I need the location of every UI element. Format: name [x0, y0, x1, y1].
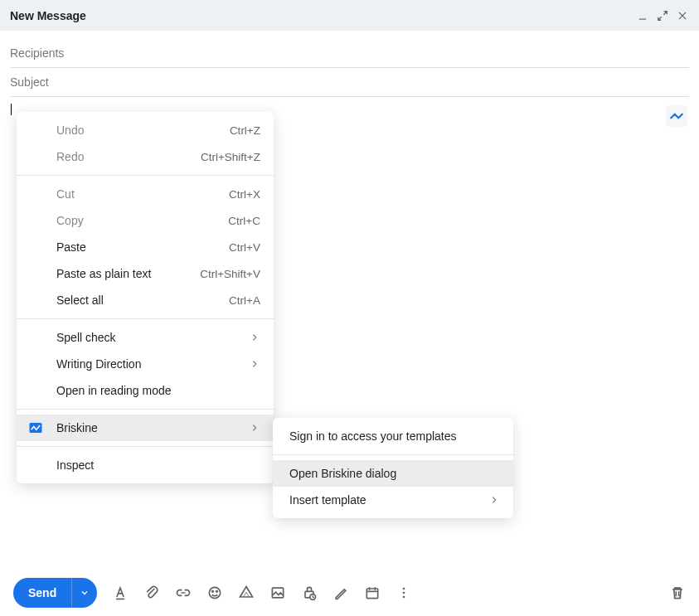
svg-rect-2 [116, 599, 124, 600]
chevron-right-icon [249, 332, 260, 343]
context-submenu-briskine: Sign in to access your templates Open Br… [273, 418, 513, 518]
chevron-right-icon [488, 494, 500, 506]
titlebar-controls [636, 9, 689, 22]
compose-title: New Message [10, 9, 86, 22]
attach-file-icon[interactable] [143, 584, 160, 601]
insert-link-icon[interactable] [175, 584, 192, 601]
menu-separator [17, 446, 274, 447]
menu-separator [17, 409, 274, 410]
svg-point-3 [210, 587, 221, 598]
recipients-placeholder: Recipients [10, 46, 64, 60]
submenu-item-insert-template[interactable]: Insert template [273, 487, 513, 513]
briskine-badge-icon[interactable] [666, 105, 687, 127]
submenu-item-open-dialog[interactable]: Open Briskine dialog [273, 460, 513, 487]
drive-icon[interactable] [238, 584, 255, 601]
menu-item-redo[interactable]: Redo Ctrl+Shift+Z [17, 143, 274, 170]
menu-separator [17, 175, 274, 176]
menu-item-inspect[interactable]: Inspect [17, 452, 274, 478]
chevron-right-icon [249, 358, 260, 370]
compose-fields: Recipients Subject [0, 31, 699, 97]
send-button[interactable]: Send [13, 578, 72, 608]
svg-rect-9 [367, 589, 378, 599]
svg-rect-6 [273, 588, 284, 598]
formatting-icon[interactable] [112, 584, 129, 601]
menu-item-cut[interactable]: Cut Ctrl+X [17, 181, 274, 207]
subject-placeholder: Subject [10, 75, 49, 89]
menu-item-briskine[interactable]: Briskine [17, 415, 274, 441]
insert-photo-icon[interactable] [269, 584, 286, 601]
confidential-mode-icon[interactable] [301, 584, 318, 601]
menu-item-select-all[interactable]: Select all Ctrl+A [17, 287, 274, 313]
send-button-group: Send [13, 578, 97, 608]
menu-item-spell-check[interactable]: Spell check [17, 324, 274, 351]
svg-point-12 [403, 596, 405, 599]
subject-field[interactable]: Subject [10, 68, 689, 97]
text-cursor [11, 104, 12, 115]
schedule-icon[interactable] [364, 584, 381, 601]
menu-item-undo[interactable]: Undo Ctrl+Z [17, 117, 274, 143]
signature-icon[interactable] [333, 584, 349, 601]
svg-point-11 [403, 592, 405, 594]
send-more-button[interactable] [72, 578, 97, 608]
compose-toolbar: Send [0, 570, 699, 616]
menu-item-paste-plain[interactable]: Paste as plain text Ctrl+Shift+V [17, 260, 274, 287]
svg-point-10 [403, 588, 405, 590]
discard-draft-icon[interactable] [669, 584, 686, 601]
menu-separator [17, 318, 274, 319]
chevron-right-icon [249, 422, 260, 434]
briskine-icon [28, 420, 43, 435]
close-icon[interactable] [676, 9, 689, 22]
recipients-field[interactable]: Recipients [10, 39, 689, 68]
compose-titlebar: New Message [0, 0, 699, 31]
svg-rect-1 [30, 423, 42, 433]
context-menu: Undo Ctrl+Z Redo Ctrl+Shift+Z Cut Ctrl+X… [17, 112, 274, 483]
svg-point-5 [216, 591, 218, 593]
submenu-item-sign-in[interactable]: Sign in to access your templates [273, 423, 513, 449]
expand-collapse-icon[interactable] [656, 9, 669, 22]
menu-item-paste[interactable]: Paste Ctrl+V [17, 234, 274, 260]
menu-separator [273, 454, 513, 455]
svg-rect-0 [639, 18, 646, 19]
emoji-icon[interactable] [206, 584, 223, 601]
minimize-icon[interactable] [636, 9, 649, 22]
svg-point-4 [212, 591, 214, 593]
menu-item-copy[interactable]: Copy Ctrl+C [17, 207, 274, 234]
more-options-icon[interactable] [396, 584, 412, 601]
menu-item-reading-mode[interactable]: Open in reading mode [17, 377, 274, 404]
menu-item-writing-direction[interactable]: Writing Direction [17, 351, 274, 377]
